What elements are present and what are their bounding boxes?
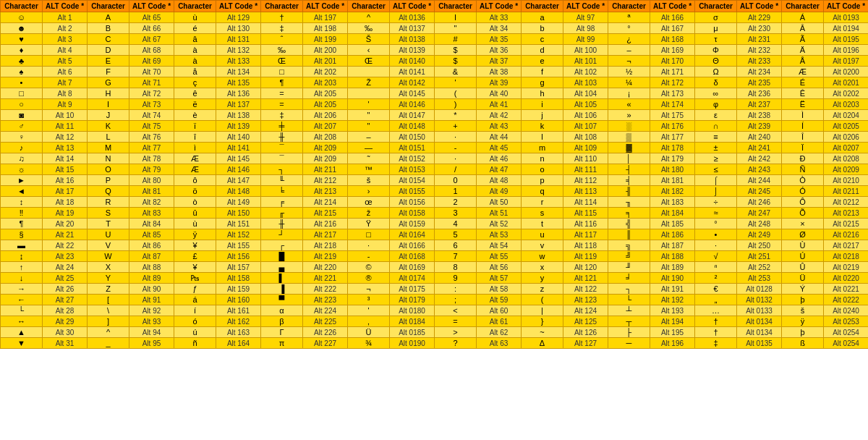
character-cell: ®	[348, 273, 390, 284]
character-cell: ¡	[608, 88, 650, 99]
alt-code-cell: Alt 0209	[824, 164, 869, 175]
character-cell: '	[348, 305, 390, 316]
character-cell: &	[435, 67, 477, 77]
alt-code-cell: Alt 171	[650, 67, 695, 77]
character-cell: ú	[174, 327, 216, 338]
character-cell: Z	[88, 284, 129, 295]
alt-code-cell: Alt 110	[563, 153, 608, 164]
character-cell: r	[522, 197, 563, 208]
character-cell: Ï	[782, 143, 824, 153]
alt-code-cell: Alt 98	[563, 23, 608, 34]
alt-code-cell: Alt 5	[43, 56, 88, 67]
alt-code-cell: Alt 33	[477, 12, 522, 23]
character-cell: $	[435, 45, 477, 56]
alt-code-cell: Alt 39	[477, 77, 522, 88]
character-cell: α	[261, 305, 303, 316]
table-row: ↓Alt 25YAlt 89₧Alt 158▌Alt 221®Alt 01749…	[1, 273, 869, 284]
character-cell: ÷	[695, 197, 737, 208]
character-cell: é	[174, 23, 216, 34]
character-cell: ©	[348, 262, 390, 273]
alt-code-cell: Alt 226	[303, 327, 348, 338]
character-cell: E	[88, 56, 129, 67]
character-cell: ┬	[608, 316, 650, 327]
character-cell: ♂	[1, 121, 43, 132]
header-alt5: ALT Code *	[390, 1, 435, 12]
character-cell: ☼	[1, 164, 43, 175]
alt-code-cell: Alt 148	[216, 186, 261, 197]
character-cell: V	[88, 240, 129, 251]
alt-code-cell: Alt 245	[737, 186, 782, 197]
alt-code-cell: Alt 0254	[824, 327, 869, 338]
character-cell: $	[435, 56, 477, 67]
character-cell: ¥	[174, 262, 216, 273]
alt-code-cell: Alt 149	[216, 197, 261, 208]
alt-code-cell: Alt 0153	[390, 164, 435, 175]
character-cell: m	[522, 143, 563, 153]
character-cell: σ	[695, 12, 737, 23]
alt-code-cell: Alt 176	[650, 121, 695, 132]
alt-code-cell: Alt 113	[563, 186, 608, 197]
alt-code-cell: Alt 0221	[824, 284, 869, 295]
alt-code-cell: Alt 0208	[824, 153, 869, 164]
alt-code-cell: Alt 212	[303, 175, 348, 186]
character-cell: Î	[782, 132, 824, 143]
character-cell: o	[522, 164, 563, 175]
character-cell: ¿	[608, 34, 650, 45]
character-cell: *	[435, 110, 477, 121]
character-cell: ™	[348, 164, 390, 175]
alt-code-cell: Alt 69	[129, 56, 174, 67]
character-cell: »	[608, 110, 650, 121]
character-cell: #	[435, 34, 477, 45]
character-cell: ₧	[174, 273, 216, 284]
alt-code-cell: Alt 235	[737, 77, 782, 88]
alt-code-cell: Alt 244	[737, 175, 782, 186]
alt-code-cell: Alt 35	[477, 34, 522, 45]
character-cell: ║	[608, 229, 650, 240]
character-cell: □	[261, 67, 303, 77]
alt-code-cell: Alt 84	[129, 219, 174, 229]
alt-code-cell: Alt 91	[129, 295, 174, 305]
alt-code-cell: Alt 68	[129, 45, 174, 56]
character-cell: Æ	[174, 164, 216, 175]
alt-code-cell: Alt 24	[43, 262, 88, 273]
character-cell: l	[522, 132, 563, 143]
alt-code-cell: Alt 200	[303, 45, 348, 56]
character-cell: (	[522, 295, 563, 305]
alt-code-cell: Alt 13	[43, 143, 88, 153]
alt-code-cell: Alt 183	[650, 197, 695, 208]
table-row: ↔Alt 29]Alt 93óAlt 162βAlt 225‚Alt 0184=…	[1, 316, 869, 327]
alt-code-cell: Alt 7	[43, 77, 88, 88]
character-cell: ╫	[261, 219, 303, 229]
alt-code-cell: Alt 111	[563, 164, 608, 175]
alt-code-cell: Alt 141	[216, 143, 261, 153]
character-cell: ♠	[1, 67, 43, 77]
alt-code-cell: Alt 130	[216, 23, 261, 34]
alt-code-cell: Alt 159	[216, 284, 261, 295]
alt-code-cell: Alt 164	[216, 338, 261, 349]
character-cell: â	[174, 34, 216, 45]
alt-code-cell: Alt 213	[303, 186, 348, 197]
alt-code-cell: Alt 25	[43, 273, 88, 284]
table-row: ◙Alt 10JAlt 74èAlt 138‡Alt 206"Alt 0147*…	[1, 110, 869, 121]
character-cell: ½	[608, 67, 650, 77]
alt-code-cell: Alt 4	[43, 45, 88, 56]
character-cell: (	[435, 88, 477, 99]
character-cell: ‹	[348, 45, 390, 56]
header-alt7: ALT Code *	[563, 1, 608, 12]
table-row: ♫Alt 14NAlt 78ÆAlt 145¯Alt 209˜Alt 0152·…	[1, 153, 869, 164]
character-cell: Œ	[348, 56, 390, 67]
character-cell: -	[435, 143, 477, 153]
character-cell: /	[435, 164, 477, 175]
character-cell: v	[522, 240, 563, 251]
character-cell: J	[88, 110, 129, 121]
alt-code-cell: Alt 2	[43, 23, 88, 34]
character-cell: £	[174, 251, 216, 262]
character-cell: ╕	[608, 208, 650, 219]
alt-code-cell: Alt 214	[303, 197, 348, 208]
alt-code-cell: Alt 52	[477, 219, 522, 229]
header-char10: Character	[782, 1, 824, 12]
character-cell: ╓	[261, 208, 303, 219]
alt-code-cell: Alt 83	[129, 208, 174, 219]
character-cell: ‰	[348, 23, 390, 34]
header-alt3: ALT Code *	[216, 1, 261, 12]
